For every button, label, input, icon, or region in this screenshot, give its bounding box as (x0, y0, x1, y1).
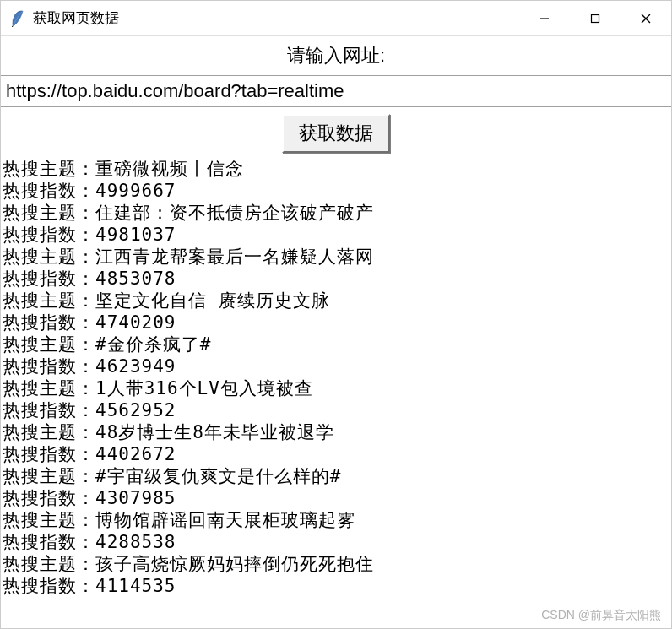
minimize-button[interactable] (519, 1, 570, 35)
maximize-button[interactable] (570, 1, 621, 35)
result-topic-line: 热搜主题：住建部：资不抵债房企该破产破产 (3, 202, 669, 224)
result-index-line: 热搜指数：4288538 (3, 531, 669, 553)
result-topic-line: 热搜主题：江西青龙帮案最后一名嫌疑人落网 (3, 246, 669, 268)
watermark: CSDN @前鼻音太阳熊 (541, 608, 661, 623)
titlebar: 获取网页数据 (1, 1, 671, 36)
result-topic-line: 热搜主题：坚定文化自信 赓续历史文脉 (3, 290, 669, 312)
result-index-line: 热搜指数：4999667 (3, 180, 669, 202)
result-index-line: 热搜指数：4114535 (3, 575, 669, 597)
close-button[interactable] (621, 1, 671, 35)
result-index-line: 热搜指数：4853078 (3, 268, 669, 290)
result-topic-line: 热搜主题：博物馆辟谣回南天展柜玻璃起雾 (3, 509, 669, 531)
button-row: 获取数据 (1, 107, 671, 158)
results-panel: 热搜主题：重磅微视频丨信念热搜指数：4999667热搜主题：住建部：资不抵债房企… (1, 158, 671, 628)
result-topic-line: 热搜主题：孩子高烧惊厥妈妈摔倒仍死死抱住 (3, 553, 669, 575)
url-prompt-label: 请输入网址: (1, 36, 671, 75)
result-topic-line: 热搜主题：#宇宙级复仇爽文是什么样的# (3, 465, 669, 487)
result-index-line: 热搜指数：4623949 (3, 355, 669, 377)
result-index-line: 热搜指数：4307985 (3, 487, 669, 509)
result-index-line: 热搜指数：4740209 (3, 312, 669, 333)
window-title: 获取网页数据 (33, 8, 519, 28)
content-area: 请输入网址: 获取数据 热搜主题：重磅微视频丨信念热搜指数：4999667热搜主… (1, 36, 671, 628)
feather-icon (9, 8, 26, 29)
result-index-line: 热搜指数：4562952 (3, 399, 669, 421)
fetch-button[interactable]: 获取数据 (282, 114, 390, 153)
result-index-line: 热搜指数：4402672 (3, 443, 669, 465)
result-topic-line: 热搜主题：#金价杀疯了# (3, 333, 669, 355)
app-window: 获取网页数据 请输入网址: 获取数据 热搜主题：重磅微视频丨信念热搜指数：499… (0, 0, 672, 629)
url-input[interactable] (1, 75, 671, 107)
result-topic-line: 热搜主题：48岁博士生8年未毕业被退学 (3, 421, 669, 443)
svg-rect-1 (592, 14, 599, 22)
result-index-line: 热搜指数：4981037 (3, 224, 669, 246)
result-topic-line: 热搜主题：1人带316个LV包入境被查 (3, 377, 669, 399)
result-topic-line: 热搜主题：重磅微视频丨信念 (3, 158, 669, 180)
window-controls (519, 1, 671, 35)
